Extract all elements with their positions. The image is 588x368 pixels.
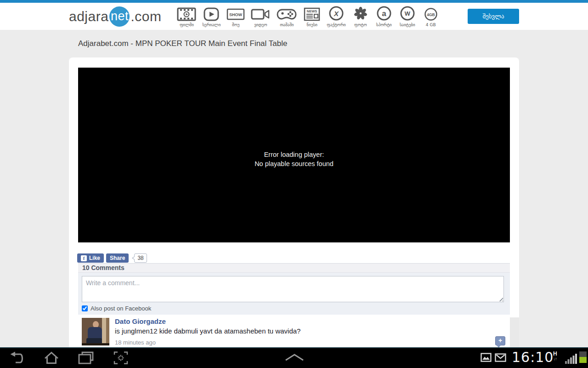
nav-item-games[interactable]: თამაში	[276, 7, 297, 27]
nav-item-label: ვიდეო	[254, 23, 267, 27]
logo-text-right: .com	[130, 9, 161, 24]
battery-icon	[579, 351, 587, 363]
avatar-art	[88, 327, 102, 339]
nav-item-label: სერიალი	[202, 23, 220, 27]
nav-item-factor[interactable]: X ფაქტორი	[327, 6, 345, 27]
site-header: adjara net .com ფილმი სერიალი SHOW შოუ ვ…	[0, 3, 588, 30]
home-icon[interactable]	[43, 351, 60, 367]
android-navbar: 16:10 H ↓↑	[0, 347, 588, 368]
comment-item: Dato Giorgadze is junglmen12 kide dabmul…	[78, 317, 510, 347]
player-error-line1: Error loading player:	[254, 150, 334, 159]
status-clock: 16:10	[512, 349, 554, 365]
avatar-art	[82, 343, 109, 345]
newspaper-icon: NEWS	[304, 7, 320, 21]
comment-input[interactable]	[82, 276, 504, 302]
email-notification-icon[interactable]	[495, 353, 506, 364]
comment-timestamp: 18 minutes ago	[115, 339, 156, 346]
network-type-label: H	[553, 351, 557, 356]
screen: adjara net .com ფილმი სერიალი SHOW შოუ ვ…	[0, 0, 588, 368]
comment-text: is junglmen12 kide dabmuli yavt da atama…	[115, 327, 300, 335]
content-panel: Error loading player: No playable source…	[69, 58, 519, 347]
player-error-message: Error loading player: No playable source…	[254, 142, 334, 168]
svg-text:W: W	[405, 10, 411, 17]
page-body: Adjarabet.com - MPN POKER TOUR Main Even…	[0, 30, 588, 347]
svg-text:a: a	[382, 9, 386, 18]
video-player[interactable]: Error loading player: No playable source…	[78, 68, 510, 242]
player-error-line2: No playable sources found	[254, 159, 334, 168]
nav-item-label: საიტები	[400, 23, 415, 27]
nav-item-4gb[interactable]: 4GB 4 GB	[422, 7, 440, 27]
login-button[interactable]: შესვლა	[468, 9, 519, 24]
4gb-icon: 4GB	[424, 7, 438, 21]
commenter-avatar[interactable]	[82, 318, 109, 345]
shutter-flower-icon	[353, 6, 368, 21]
share-label: Share	[110, 255, 125, 261]
film-icon	[177, 7, 196, 21]
nav-item-label: ფაქტორი	[327, 23, 345, 27]
nav-item-photo[interactable]: ფოტო	[352, 6, 369, 27]
gamepad-icon	[276, 7, 297, 21]
logo-text-left: adjara	[69, 9, 108, 24]
svg-text:4GB: 4GB	[427, 12, 435, 17]
facebook-social-row: f Like Share 38	[77, 253, 147, 263]
nav-item-sites[interactable]: W საიტები	[399, 6, 416, 27]
gallery-notification-icon[interactable]	[481, 353, 492, 364]
nav-item-label: თამაში	[280, 23, 294, 27]
nav-item-label: 4 GB	[426, 23, 436, 27]
network-type-indicator: H ↓↑	[553, 351, 557, 361]
series-play-icon	[204, 7, 219, 21]
comments-count-header: 10 Comments	[78, 263, 510, 273]
facebook-share-button[interactable]: Share	[106, 253, 129, 263]
comment-form: Also post on Facebook	[78, 273, 510, 315]
add-comment-bubble-icon[interactable]: +	[495, 336, 505, 345]
nav-item-label: შოუ	[232, 23, 239, 27]
nav-item-show[interactable]: SHOW შოუ	[226, 7, 245, 27]
nav-item-label: ფოტო	[354, 23, 367, 27]
show-tv-icon: SHOW	[226, 7, 245, 21]
share-count-badge: 38	[134, 253, 147, 263]
nav-item-series[interactable]: სერიალი	[202, 7, 220, 27]
nav-item-news[interactable]: NEWS ნიუსი	[303, 7, 321, 27]
expand-chevron-icon[interactable]	[284, 353, 305, 363]
svg-text:SHOW: SHOW	[229, 12, 243, 17]
battery-level	[579, 357, 587, 363]
facebook-like-button[interactable]: f Like	[77, 253, 104, 263]
back-icon[interactable]	[9, 351, 26, 367]
nav-item-video[interactable]: ვიდეო	[251, 7, 270, 27]
page-title: Adjarabet.com - MPN POKER TOUR Main Even…	[78, 39, 287, 48]
screen-capture-icon[interactable]	[113, 351, 129, 367]
recent-apps-icon[interactable]	[78, 351, 94, 367]
panel-edge-strip	[510, 317, 519, 347]
main-nav: ფილმი სერიალი SHOW შოუ ვიდეო თამაში NEWS…	[177, 6, 439, 27]
facebook-f-icon: f	[81, 255, 87, 261]
svg-text:X: X	[334, 10, 339, 17]
sport-a-icon: a	[376, 6, 392, 21]
sites-w-icon: W	[400, 6, 415, 21]
svg-text:NEWS: NEWS	[307, 9, 317, 13]
also-post-row: Also post on Facebook	[82, 305, 151, 312]
nav-item-label: ნიუსი	[307, 23, 317, 27]
nav-item-label: სპორტი	[376, 23, 392, 27]
also-post-checkbox[interactable]	[82, 305, 88, 311]
video-camera-icon	[251, 7, 270, 21]
data-transfer-arrows-icon: ↓↑	[554, 357, 557, 361]
also-post-label: Also post on Facebook	[90, 305, 151, 312]
comment-author-link[interactable]: Dato Giorgadze	[115, 317, 166, 325]
nav-item-films[interactable]: ფილმი	[177, 7, 196, 27]
like-label: Like	[89, 255, 100, 261]
nav-item-sport[interactable]: a სპორტი	[375, 6, 393, 27]
site-logo[interactable]: adjara net .com	[69, 6, 161, 27]
logo-net-circle: net	[109, 6, 130, 27]
factor-x-icon: X	[328, 6, 344, 21]
nav-item-label: ფილმი	[180, 23, 194, 27]
signal-strength-icon	[565, 352, 578, 366]
